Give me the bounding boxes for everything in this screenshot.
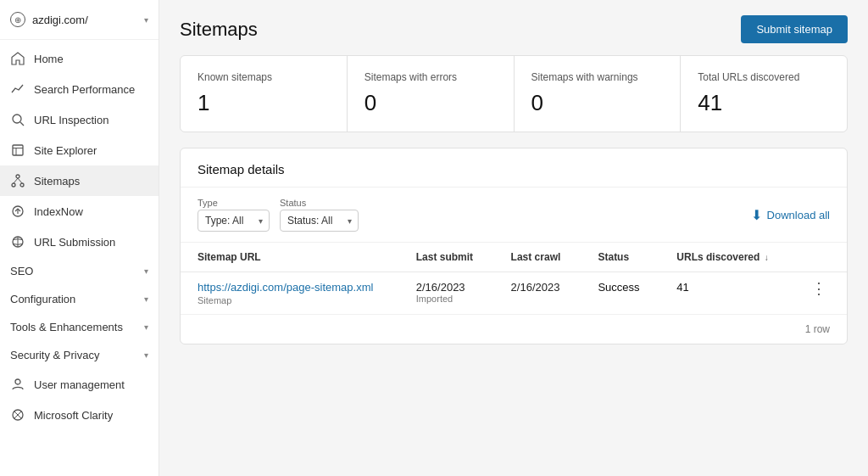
svg-point-5 <box>16 175 19 178</box>
table-footer: 1 row <box>181 314 847 344</box>
cell-last-submit: 2/16/2023 Imported <box>399 272 494 315</box>
col-label-status: Status <box>598 251 629 263</box>
sitemap-type-label: Sitemap <box>198 295 382 305</box>
svg-point-14 <box>15 379 20 384</box>
type-filter-group: Type Type: All <box>198 198 270 232</box>
domain-chevron-icon: ▾ <box>144 15 148 25</box>
last-submit-sub: Imported <box>416 294 477 304</box>
sitemaps-icon <box>10 173 25 188</box>
sidebar-section-label-security: Security & Privacy <box>10 349 136 361</box>
sitemap-url-link[interactable]: https://azdigi.com/page-sitemap.xml <box>198 281 382 294</box>
sidebar-item-site-explorer[interactable]: Site Explorer <box>0 135 159 165</box>
sidebar-section-configuration[interactable]: Configuration ▾ <box>0 285 159 313</box>
status-filter-select[interactable]: Status: All <box>280 210 359 232</box>
col-sitemap-url: Sitemap URL <box>181 243 399 272</box>
stat-label-warnings: Sitemaps with warnings <box>531 71 664 83</box>
status-badge: Success <box>598 281 639 294</box>
sidebar-item-label-home: Home <box>34 53 148 65</box>
last-submit-date: 2/16/2023 <box>416 281 477 294</box>
sidebar-item-label-url-submission: URL Submission <box>34 236 148 249</box>
status-select-wrapper: Status: All <box>280 210 359 232</box>
last-crawl-date: 2/16/2023 <box>511 281 560 294</box>
download-all-button[interactable]: ⬇ Download all <box>751 207 830 223</box>
details-title: Sitemap details <box>181 148 847 188</box>
col-label-urls-discovered: URLs discovered <box>676 251 760 263</box>
stat-value-errors: 0 <box>364 90 497 116</box>
status-filter-group: Status Status: All <box>280 198 359 232</box>
row-count: 1 row <box>805 323 830 335</box>
sidebar-section-label-tools: Tools & Enhancements <box>10 321 136 333</box>
domain-text: azdigi.com/ <box>32 14 137 26</box>
stat-value-warnings: 0 <box>531 90 664 116</box>
cell-urls-discovered: 41 <box>659 272 791 315</box>
sidebar-item-label-sitemaps: Sitemaps <box>34 175 148 188</box>
security-chevron-icon: ▾ <box>144 350 148 360</box>
microsoft-clarity-icon <box>10 407 25 423</box>
sidebar-section-security[interactable]: Security & Privacy ▾ <box>0 341 159 369</box>
stat-label-known: Known sitemaps <box>198 71 330 83</box>
sort-icon: ↓ <box>765 253 769 262</box>
sidebar-item-microsoft-clarity[interactable]: Microsoft Clarity <box>0 400 159 430</box>
main-content: Sitemaps Submit sitemap Known sitemaps 1… <box>159 0 868 476</box>
col-last-submit: Last submit <box>399 243 494 272</box>
urls-discovered-value: 41 <box>676 281 688 294</box>
stat-value-known: 1 <box>198 90 330 116</box>
sidebar-section-label-configuration: Configuration <box>10 293 136 305</box>
stat-known-sitemaps: Known sitemaps 1 <box>181 56 348 132</box>
stat-sitemaps-errors: Sitemaps with errors 0 <box>348 56 515 132</box>
more-actions-button[interactable]: ⋮ <box>808 281 830 296</box>
download-all-label: Download all <box>767 209 830 221</box>
sidebar: ⊕ azdigi.com/ ▾ Home Search Performance <box>0 0 159 476</box>
type-filter-label: Type <box>198 198 270 208</box>
svg-point-6 <box>12 183 15 187</box>
sidebar-item-home[interactable]: Home <box>0 43 159 74</box>
sidebar-section-tools[interactable]: Tools & Enhancements ▾ <box>0 313 159 341</box>
sidebar-item-label-user-management: User management <box>34 378 148 391</box>
search-performance-icon <box>10 81 25 97</box>
sidebar-item-label-site-explorer: Site Explorer <box>34 144 148 157</box>
cell-status: Success <box>581 272 659 315</box>
col-status: Status <box>581 243 659 272</box>
status-filter-label: Status <box>280 198 359 208</box>
sidebar-item-label-search-performance: Search Performance <box>34 83 148 96</box>
cell-more-actions: ⋮ <box>791 272 847 315</box>
page-title: Sitemaps <box>180 19 258 41</box>
inspection-icon <box>10 112 25 127</box>
type-select-wrapper: Type: All <box>198 210 270 232</box>
cell-sitemap-url: https://azdigi.com/page-sitemap.xml Site… <box>181 272 399 315</box>
col-urls-discovered: URLs discovered ↓ <box>659 243 791 272</box>
sidebar-item-user-management[interactable]: User management <box>0 369 159 400</box>
stat-label-urls: Total URLs discovered <box>698 71 830 83</box>
sidebar-item-url-inspection[interactable]: URL Inspection <box>0 104 159 135</box>
page-header: Sitemaps Submit sitemap <box>159 0 868 55</box>
filters-row: Type Type: All Status Status: All ⬇ Down… <box>181 188 847 243</box>
sidebar-item-label-microsoft-clarity: Microsoft Clarity <box>34 409 148 422</box>
sidebar-item-indexnow[interactable]: IndexNow <box>0 196 159 227</box>
stat-sitemaps-warnings: Sitemaps with warnings 0 <box>515 56 682 132</box>
sidebar-section-label-seo: SEO <box>10 265 136 277</box>
url-submission-icon <box>10 234 25 249</box>
site-explorer-icon <box>10 143 25 158</box>
sidebar-item-label-inspection: URL Inspection <box>34 114 148 126</box>
indexnow-icon <box>10 204 25 219</box>
seo-chevron-icon: ▾ <box>144 266 148 276</box>
sidebar-item-sitemaps[interactable]: Sitemaps <box>0 165 159 196</box>
col-last-crawl: Last crawl <box>494 243 581 272</box>
col-label-sitemap-url: Sitemap URL <box>198 251 261 263</box>
type-filter-select[interactable]: Type: All <box>198 210 270 232</box>
table-header-row: Sitemap URL Last submit Last crawl Statu… <box>181 243 847 272</box>
submit-sitemap-button[interactable]: Submit sitemap <box>741 15 848 43</box>
col-actions <box>791 243 847 272</box>
table-row: https://azdigi.com/page-sitemap.xml Site… <box>181 272 847 315</box>
svg-line-8 <box>14 178 18 183</box>
sidebar-item-search-performance[interactable]: Search Performance <box>0 74 159 104</box>
home-icon <box>10 51 25 66</box>
domain-selector[interactable]: ⊕ azdigi.com/ ▾ <box>0 0 159 40</box>
sidebar-section-seo[interactable]: SEO ▾ <box>0 257 159 285</box>
sidebar-item-url-submission[interactable]: URL Submission <box>0 227 159 257</box>
sitemap-details: Sitemap details Type Type: All Status St… <box>180 148 848 344</box>
col-label-last-crawl: Last crawl <box>511 251 561 263</box>
stat-label-errors: Sitemaps with errors <box>364 71 497 83</box>
svg-point-0 <box>13 115 21 123</box>
sidebar-nav: Home Search Performance URL Inspection <box>0 40 159 476</box>
